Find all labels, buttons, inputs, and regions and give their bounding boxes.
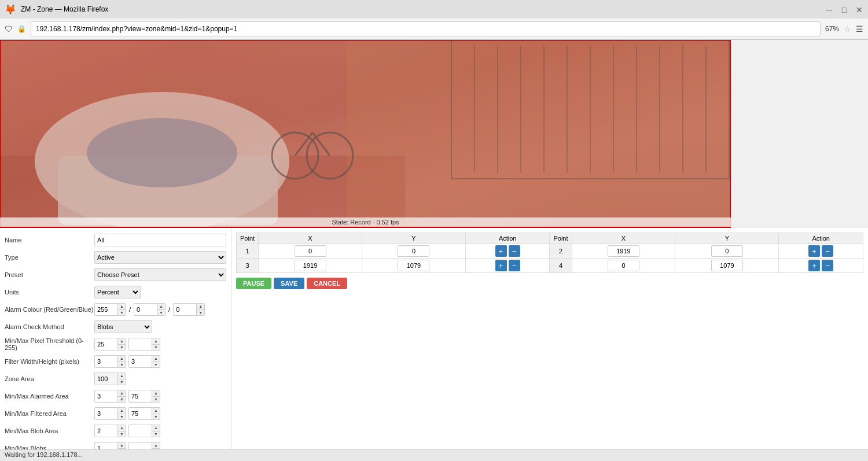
point-4-x-cell bbox=[572, 259, 675, 273]
bookmark-icon[interactable]: ☆ bbox=[844, 24, 851, 34]
col-point-2: Point bbox=[550, 233, 572, 244]
url-input[interactable] bbox=[31, 21, 821, 36]
preset-label: Preset bbox=[5, 271, 94, 278]
type-select[interactable]: Active Inclusive Exclusive Preclusive Pr… bbox=[94, 251, 226, 264]
alarm-check-select[interactable]: Blobs AlarmedPixels FilteredPixels bbox=[94, 320, 152, 333]
blobs-min-up[interactable]: ▲ bbox=[117, 442, 126, 449]
filtered-min-up[interactable]: ▲ bbox=[117, 408, 126, 414]
alarm-colour-label: Alarm Colour (Red/Green/Blue) bbox=[5, 306, 94, 313]
zoom-level: 67% bbox=[825, 25, 839, 33]
point-1-minus[interactable]: − bbox=[509, 245, 520, 257]
alarm-r-up[interactable]: ▲ bbox=[117, 304, 126, 310]
point-1-action-cell: + − bbox=[465, 244, 550, 259]
type-label: Type bbox=[5, 254, 94, 261]
save-button[interactable]: SAVE bbox=[274, 278, 304, 289]
point-2-plus[interactable]: + bbox=[808, 245, 820, 257]
menu-icon[interactable]: ☰ bbox=[856, 24, 863, 34]
zone-area-up[interactable]: ▲ bbox=[117, 373, 126, 379]
preset-select[interactable]: Choose Preset bbox=[94, 268, 226, 281]
col-action-2: Action bbox=[779, 233, 863, 244]
point-1-plus[interactable]: + bbox=[495, 245, 507, 257]
zone-area-down[interactable]: ▼ bbox=[117, 379, 126, 385]
filter-w-down[interactable]: ▼ bbox=[117, 362, 126, 368]
filter-wh-label: Filter Width/Height (pixels) bbox=[5, 358, 94, 365]
cancel-button[interactable]: CANCEL bbox=[307, 278, 347, 289]
alarmed-min-down[interactable]: ▼ bbox=[117, 397, 126, 403]
blob-area-min-up[interactable]: ▲ bbox=[117, 425, 126, 432]
pixel-min-down[interactable]: ▼ bbox=[117, 345, 126, 351]
browser-chrome: 🦊 ZM - Zone — Mozilla Firefox ─ □ ✕ 🛡 🔒 … bbox=[0, 0, 868, 40]
name-input[interactable] bbox=[94, 234, 226, 246]
alarm-b-down[interactable]: ▼ bbox=[196, 310, 204, 316]
point-3-y-input[interactable] bbox=[398, 260, 429, 271]
action-buttons: PAUSE SAVE CANCEL bbox=[236, 278, 863, 289]
alarm-r-down[interactable]: ▼ bbox=[117, 310, 126, 316]
point-4-minus[interactable]: − bbox=[822, 260, 833, 271]
preset-row: Preset Choose Preset bbox=[5, 267, 226, 282]
point-4-plus[interactable]: + bbox=[808, 260, 820, 271]
table-row: 3 + − 4 bbox=[237, 259, 863, 273]
pause-button[interactable]: PAUSE bbox=[236, 278, 271, 289]
status-text: Waiting for 192.168.1.178... bbox=[5, 451, 83, 458]
blobs-max-up[interactable]: ▲ bbox=[152, 442, 160, 449]
point-4-num: 4 bbox=[550, 259, 572, 273]
blob-area-max-down[interactable]: ▼ bbox=[152, 432, 160, 437]
point-2-y-input[interactable] bbox=[711, 245, 743, 257]
filter-h-down[interactable]: ▼ bbox=[152, 362, 160, 368]
point-2-x-input[interactable] bbox=[608, 245, 639, 257]
point-2-num: 2 bbox=[550, 244, 572, 259]
svg-rect-22 bbox=[0, 40, 731, 228]
alarmed-max-up[interactable]: ▲ bbox=[152, 390, 160, 397]
point-3-minus[interactable]: − bbox=[509, 260, 520, 271]
col-y-1: Y bbox=[362, 233, 466, 244]
blob-area-min-down[interactable]: ▼ bbox=[117, 432, 126, 437]
points-table: Point X Y Action Point X Y Action 1 bbox=[236, 233, 863, 273]
filter-wh-row: Filter Width/Height (pixels) ▲ ▼ ▲ ▼ bbox=[5, 354, 226, 369]
close-button[interactable]: ✕ bbox=[855, 5, 863, 13]
alarm-g-down[interactable]: ▼ bbox=[157, 310, 165, 316]
blob-area-row: Min/Max Blob Area ▲ ▼ ▲ ▼ bbox=[5, 423, 226, 438]
address-bar: 🛡 🔒 67% ☆ ☰ bbox=[0, 19, 868, 39]
pixel-threshold-row: Min/Max Pixel Threshold (0-255) ▲ ▼ ▲ bbox=[5, 337, 226, 352]
pixel-max-up[interactable]: ▲ bbox=[152, 338, 160, 345]
point-3-x-cell bbox=[259, 259, 362, 273]
alarm-check-label: Alarm Check Method bbox=[5, 323, 94, 330]
maximize-button[interactable]: □ bbox=[840, 5, 848, 13]
filtered-max-down[interactable]: ▼ bbox=[152, 414, 160, 420]
point-4-x-input[interactable] bbox=[608, 260, 639, 271]
filter-h-up[interactable]: ▲ bbox=[152, 356, 160, 362]
alarm-g-up[interactable]: ▲ bbox=[157, 304, 165, 310]
col-x-2: X bbox=[572, 233, 675, 244]
alarm-check-row: Alarm Check Method Blobs AlarmedPixels F… bbox=[5, 319, 226, 334]
slash2: / bbox=[167, 306, 172, 313]
filtered-min-down[interactable]: ▼ bbox=[117, 414, 126, 420]
blob-area-max-up[interactable]: ▲ bbox=[152, 425, 160, 432]
point-4-y-input[interactable] bbox=[711, 260, 743, 271]
alarmed-min-up[interactable]: ▲ bbox=[117, 390, 126, 397]
pixel-max-down[interactable]: ▼ bbox=[152, 345, 160, 351]
camera-status: State: Record - 0.52 fps bbox=[0, 217, 731, 227]
point-1-x-input[interactable] bbox=[295, 245, 326, 257]
right-form-panel: Point X Y Action Point X Y Action 1 bbox=[231, 228, 868, 461]
slash1: / bbox=[127, 306, 133, 313]
point-3-y-cell bbox=[362, 259, 466, 273]
point-2-y-cell bbox=[675, 244, 779, 259]
minimize-button[interactable]: ─ bbox=[825, 5, 833, 13]
point-3-x-input[interactable] bbox=[295, 260, 326, 271]
point-1-y-input[interactable] bbox=[398, 245, 429, 257]
point-3-plus[interactable]: + bbox=[495, 260, 507, 271]
title-bar: 🦊 ZM - Zone — Mozilla Firefox ─ □ ✕ bbox=[0, 0, 868, 19]
alarm-b-up[interactable]: ▲ bbox=[196, 304, 204, 310]
units-select[interactable]: Percent Pixels bbox=[94, 286, 141, 298]
filter-w-up[interactable]: ▲ bbox=[117, 356, 126, 362]
point-2-x-cell bbox=[572, 244, 675, 259]
filtered-max-up[interactable]: ▲ bbox=[152, 408, 160, 414]
pixel-min-up[interactable]: ▲ bbox=[117, 338, 126, 345]
alarmed-max-down[interactable]: ▼ bbox=[152, 397, 160, 403]
filtered-area-row: Min/Max Filtered Area ▲ ▼ ▲ ▼ bbox=[5, 406, 226, 421]
table-row: 1 + − 2 bbox=[237, 244, 863, 259]
point-2-action-cell: + − bbox=[779, 244, 863, 259]
point-1-x-cell bbox=[259, 244, 362, 259]
left-form-panel: Name Type Active Inclusive Exclusive Pre… bbox=[0, 228, 231, 461]
point-2-minus[interactable]: − bbox=[822, 245, 833, 257]
